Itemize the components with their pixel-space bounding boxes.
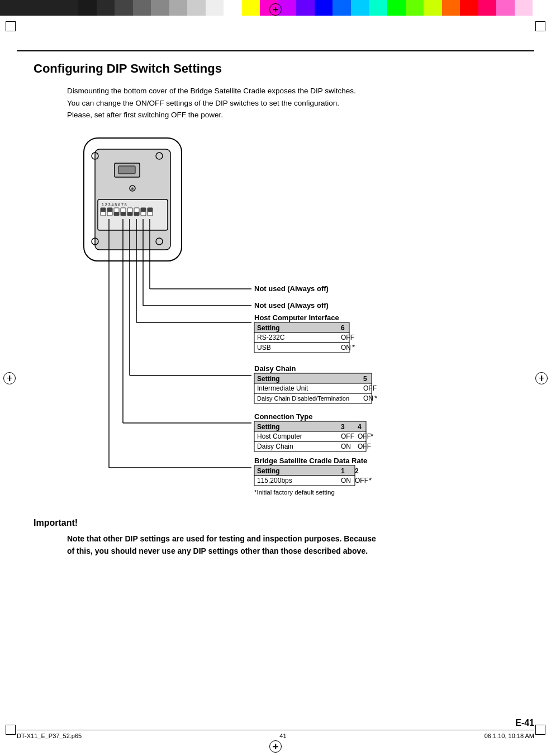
svg-text:ON: ON [341, 443, 351, 450]
svg-text:2: 2 [355, 467, 359, 475]
svg-text:Intermediate Unit: Intermediate Unit [257, 384, 308, 392]
diagram-area: 1 2 3 4 5 6 7 8 [67, 132, 531, 512]
swatch [151, 0, 169, 16]
svg-text:OFF: OFF [355, 477, 368, 484]
swatch [406, 0, 424, 16]
swatch [496, 0, 515, 16]
svg-text:ON: ON [363, 394, 373, 402]
svg-text:Setting: Setting [257, 467, 280, 475]
swatch [206, 0, 224, 16]
footer-right: 06.1.10, 10:18 AM [484, 733, 534, 739]
svg-rect-25 [118, 166, 135, 174]
svg-text:5: 5 [363, 375, 367, 383]
svg-text:6: 6 [341, 324, 345, 332]
svg-text:3: 3 [341, 423, 345, 431]
svg-text:OFF: OFF [341, 432, 354, 440]
swatch [296, 0, 315, 16]
corner-mark-br [535, 725, 545, 735]
svg-text:OFF: OFF [358, 443, 371, 450]
swatch [242, 0, 260, 16]
swatch [133, 0, 151, 16]
svg-rect-17 [141, 208, 146, 212]
svg-text:Not used (Always off): Not used (Always off) [254, 284, 329, 293]
important-section: Important! Note that other DIP settings … [34, 518, 534, 558]
page-title: Configuring DIP Switch Settings [34, 61, 534, 76]
svg-rect-19 [148, 208, 153, 212]
swatch [97, 0, 115, 16]
svg-text:4: 4 [358, 423, 362, 431]
svg-rect-15 [134, 212, 139, 216]
swatch [387, 0, 406, 16]
top-rule [17, 50, 534, 51]
svg-text:*Initial factory default setti: *Initial factory default setting [254, 489, 335, 496]
svg-text:USB: USB [257, 344, 271, 351]
svg-text:*: * [369, 476, 372, 484]
diagram-svg: 1 2 3 4 5 6 7 8 [67, 132, 551, 512]
swatch [369, 0, 388, 16]
corner-mark-tr [535, 21, 545, 31]
svg-text:OFF: OFF [363, 384, 377, 392]
swatch [351, 0, 369, 16]
svg-text:Daisy Chain: Daisy Chain [257, 443, 293, 450]
footer: DT-X11_E_P37_52.p65 41 06.1.10, 10:18 AM [17, 730, 534, 739]
svg-text:ON: ON [341, 477, 351, 484]
svg-text:⊕: ⊕ [131, 187, 134, 191]
crosshair-bottom [269, 740, 282, 753]
svg-text:Daisy Chain: Daisy Chain [254, 364, 296, 373]
swatch [315, 0, 333, 16]
svg-rect-7 [107, 208, 112, 212]
footer-left: DT-X11_E_P37_52.p65 [17, 733, 82, 739]
color-bar-right [78, 0, 551, 16]
svg-text:OFF: OFF [341, 334, 354, 341]
swatch [187, 0, 206, 16]
svg-rect-5 [101, 208, 106, 212]
svg-rect-9 [114, 212, 119, 216]
svg-text:Host Computer Interface: Host Computer Interface [254, 313, 339, 322]
svg-text:OFF: OFF [358, 432, 371, 440]
important-title: Important! [34, 518, 534, 528]
corner-mark-bl [6, 725, 16, 735]
swatch [332, 0, 351, 16]
svg-text:Daisy Chain Disabled/Terminati: Daisy Chain Disabled/Termination [257, 395, 349, 402]
svg-rect-13 [127, 212, 132, 216]
svg-text:Host Computer: Host Computer [257, 432, 302, 440]
swatch [533, 0, 551, 16]
main-content: Configuring DIP Switch Settings Dismount… [34, 61, 534, 558]
svg-text:*: * [374, 394, 377, 402]
important-body: Note that other DIP settings are used fo… [67, 532, 534, 558]
svg-text:Setting: Setting [257, 324, 280, 332]
svg-text:RS-232C: RS-232C [257, 334, 285, 341]
footer-center: 41 [279, 733, 286, 739]
svg-text:*: * [352, 343, 355, 351]
swatch [442, 0, 460, 16]
swatch [460, 0, 478, 16]
swatch [515, 0, 533, 16]
corner-mark-tl [6, 21, 16, 31]
page-number: E-41 [515, 718, 534, 728]
crosshair-left [3, 372, 16, 384]
svg-text:115,200bps: 115,200bps [257, 477, 292, 484]
crosshair-top [269, 3, 282, 16]
svg-text:Bridge Satellite Cradle Data R: Bridge Satellite Cradle Data Rate [254, 457, 367, 465]
intro-text: Dismounting the bottom cover of the Brid… [67, 85, 534, 121]
swatch [478, 0, 497, 16]
swatch [78, 0, 97, 16]
svg-rect-11 [121, 212, 126, 216]
svg-text:ON: ON [341, 344, 351, 351]
svg-text:Connection Type: Connection Type [254, 412, 312, 421]
swatch [169, 0, 188, 16]
swatch [115, 0, 133, 16]
svg-text:1 2 3 4 5 6 7 8: 1 2 3 4 5 6 7 8 [102, 203, 127, 207]
svg-text:*: * [370, 432, 373, 440]
svg-text:Not used (Always off): Not used (Always off) [254, 301, 329, 310]
color-bar-left [0, 0, 78, 16]
svg-text:Setting: Setting [257, 423, 280, 431]
swatch [424, 0, 442, 16]
svg-text:Setting: Setting [257, 375, 280, 383]
svg-text:1: 1 [341, 467, 345, 475]
swatch [224, 0, 242, 16]
